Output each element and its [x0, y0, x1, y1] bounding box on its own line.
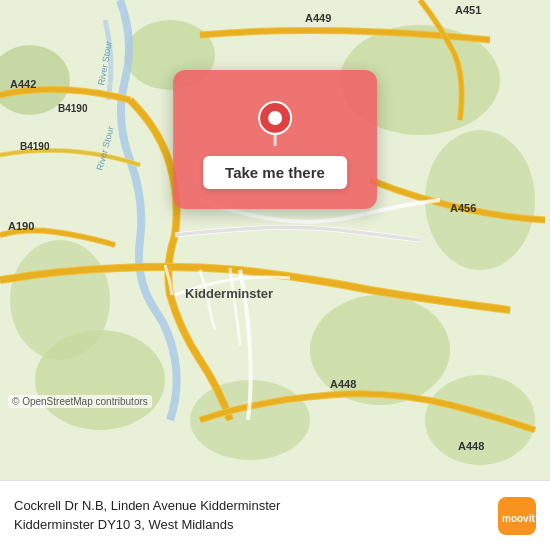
location-pin-icon: [251, 98, 299, 146]
svg-text:moovit: moovit: [502, 513, 535, 524]
svg-text:Kidderminster: Kidderminster: [185, 286, 273, 301]
address-line2: Kidderminster DY10 3, West Midlands: [14, 517, 233, 532]
moovit-icon: moovit: [498, 497, 536, 535]
bottom-bar: Cockrell Dr N.B, Linden Avenue Kiddermin…: [0, 480, 550, 550]
location-card: Take me there: [173, 70, 377, 209]
svg-text:A448: A448: [458, 440, 484, 452]
svg-text:A451: A451: [455, 4, 481, 16]
moovit-logo: moovit: [498, 497, 536, 535]
svg-text:B4190: B4190: [58, 103, 88, 114]
svg-text:A442: A442: [10, 78, 36, 90]
svg-text:A449: A449: [305, 12, 331, 24]
svg-text:A448: A448: [330, 378, 356, 390]
address-text: Cockrell Dr N.B, Linden Avenue Kiddermin…: [14, 497, 280, 533]
address-line1: Cockrell Dr N.B, Linden Avenue Kiddermin…: [14, 498, 280, 513]
svg-point-5: [10, 240, 110, 360]
map-attribution: © OpenStreetMap contributors: [8, 395, 152, 408]
svg-text:A456: A456: [450, 202, 476, 214]
map-view: A451 A449 A442 B4190 B4190 A190 A456 A44…: [0, 0, 550, 480]
svg-text:A190: A190: [8, 220, 34, 232]
svg-text:B4190: B4190: [20, 141, 50, 152]
take-me-there-button[interactable]: Take me there: [203, 156, 347, 189]
svg-point-23: [268, 111, 282, 125]
